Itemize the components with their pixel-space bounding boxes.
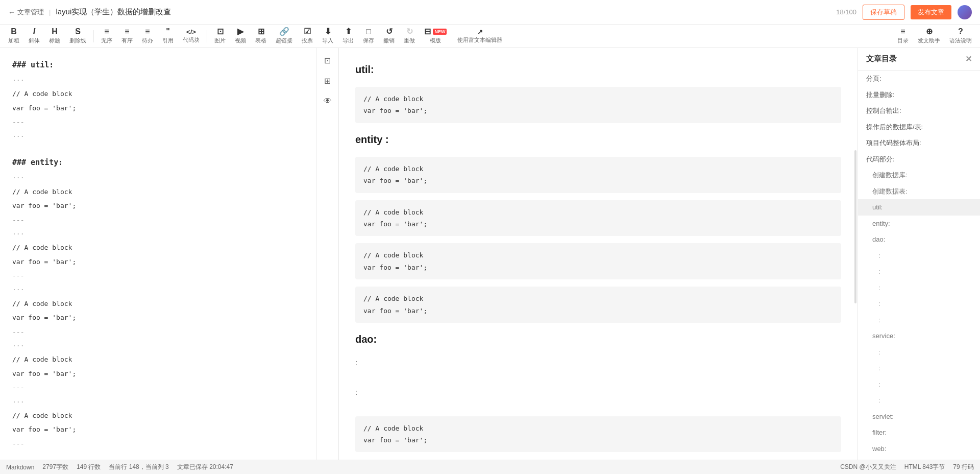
editor-toolbar: B 加粗 I 斜体 H 标题 S 删除线 ≡ 无序 ≡ 有序 ≡ 待办 " 引用… <box>0 25 980 48</box>
toc-item-web[interactable]: web: <box>858 441 980 457</box>
toc-item-service-sub-1[interactable]: : <box>858 344 980 361</box>
toc-item-pagination[interactable]: 分页: <box>858 70 980 87</box>
toolbar-quote[interactable]: " 引用 <box>158 26 178 46</box>
toc-item-filter[interactable]: filter: <box>858 424 980 441</box>
back-arrow-icon: ← <box>8 8 15 16</box>
new-badge: NEW <box>433 29 447 35</box>
toc-item-servlet[interactable]: servlet: <box>858 409 980 425</box>
markdown-editor[interactable]: ### util: ··· // A code block var foo = … <box>0 48 316 460</box>
toolbar-ordered[interactable]: ≡ 有序 <box>117 26 137 46</box>
save-icon: □ <box>366 28 371 36</box>
code-line: var foo = 'bar'; <box>363 175 833 186</box>
toolbar-syntax[interactable]: ? 语法说明 <box>945 26 976 46</box>
article-title[interactable]: layui实现（学生）数据的增删改查 <box>56 7 171 17</box>
code-line: var foo = 'bar'; <box>363 434 833 446</box>
toolbar-toc[interactable]: ≡ 目录 <box>893 26 913 46</box>
section-dao-title: dao: <box>355 330 841 348</box>
toolbar-bold[interactable]: B 加粗 <box>4 26 23 46</box>
top-bar-right: 18/100 保存草稿 发布文章 <box>836 5 972 20</box>
code-line: var foo = 'bar'; <box>363 218 833 230</box>
toc-item-code-section[interactable]: 代码部分: <box>858 151 980 168</box>
save-draft-button[interactable]: 保存草稿 <box>863 5 904 20</box>
toc-item-dao[interactable]: dao: <box>858 231 980 248</box>
scrollbar-thumb[interactable] <box>854 150 856 303</box>
toc-item-dao-sub-4[interactable]: : <box>858 296 980 312</box>
word-count: 18/100 <box>836 8 856 16</box>
toc-item-dao-sub-3[interactable]: : <box>858 280 980 296</box>
toolbar-richtext[interactable]: ↗ 使用富文本编辑器 <box>452 27 508 46</box>
avatar[interactable] <box>958 5 972 19</box>
code-block: // A code block var foo = 'bar'; <box>355 200 841 236</box>
line: ### util: <box>12 58 304 72</box>
task-label: 待办 <box>142 37 153 44</box>
toolbar-import[interactable]: ⬇ 导入 <box>318 26 337 46</box>
toc-item-util[interactable]: util: <box>858 199 980 216</box>
expand-icon[interactable]: ⊡ <box>320 52 336 68</box>
toolbar-heading[interactable]: H 标题 <box>45 26 64 46</box>
toolbar-table[interactable]: ⊞ 表格 <box>251 26 271 46</box>
toc-item-dao-sub-5[interactable]: : <box>858 312 980 328</box>
toc-label: 目录 <box>897 37 909 44</box>
toolbar-link[interactable]: 🔗 超链接 <box>272 26 297 46</box>
strikethrough-label: 删除线 <box>69 37 86 44</box>
toolbar-vote[interactable]: ☑ 投票 <box>298 26 317 46</box>
video-label: 视频 <box>235 37 246 44</box>
toolbar-code[interactable]: </> 代码块 <box>179 27 204 46</box>
toolbar-unordered[interactable]: ≡ 无序 <box>97 26 116 46</box>
preview-wrapper: util: // A code block var foo = 'bar'; e… <box>339 48 857 460</box>
back-button[interactable]: ← 文章管理 <box>8 8 44 17</box>
image-label: 图片 <box>214 37 226 44</box>
status-csdn: CSDN @小又又关注 <box>840 463 896 471</box>
toolbar-italic[interactable]: I 斜体 <box>24 26 44 46</box>
template-icon: ⊟ NEW <box>424 28 447 36</box>
vote-label: 投票 <box>302 37 313 44</box>
dao-sub-1: : <box>355 357 841 369</box>
line: ### entity: <box>12 156 304 170</box>
ordered-icon: ≡ <box>125 28 129 36</box>
editor-content: ### util: ··· // A code block var foo = … <box>12 58 304 460</box>
italic-label: 斜体 <box>29 37 40 44</box>
toc-item-batch-delete[interactable]: 批量删除: <box>858 87 980 103</box>
line: --- <box>12 214 304 226</box>
redo-label: 重做 <box>404 37 415 44</box>
toc-item-entity[interactable]: entity: <box>858 216 980 232</box>
toc-item-dao-sub-2[interactable]: : <box>858 264 980 280</box>
code-block: // A code block var foo = 'bar'; <box>355 416 841 453</box>
editor-controls: ⊡ ⊞ 👁 <box>316 48 339 460</box>
toc-item-service[interactable]: service: <box>858 328 980 344</box>
columns-icon[interactable]: ⊞ <box>320 73 336 89</box>
toolbar-helper[interactable]: ⊕ 发文助手 <box>914 26 944 46</box>
toolbar-template[interactable]: ⊟ NEW 模版 <box>420 26 451 46</box>
toolbar-undo[interactable]: ↺ 撤销 <box>379 26 399 46</box>
toc-item-layout[interactable]: 项目代码整体布局: <box>858 135 980 151</box>
heading-icon: H <box>52 28 58 36</box>
toc-item-db-table[interactable]: 操作后的数据库/表: <box>858 119 980 135</box>
toc-item-dao-sub-1[interactable]: : <box>858 248 980 264</box>
eye-icon[interactable]: 👁 <box>320 93 336 109</box>
toc-item-console[interactable]: 控制台输出: <box>858 103 980 119</box>
toolbar-save[interactable]: □ 保存 <box>359 26 378 46</box>
toc-item-create-db[interactable]: 创建数据库: <box>858 167 980 183</box>
toc-header: 文章目录 ✕ <box>858 48 980 70</box>
line: var foo = 'bar'; <box>12 368 304 380</box>
divider-1 <box>93 30 94 42</box>
publish-button[interactable]: 发布文章 <box>911 5 951 19</box>
line: ··· <box>12 396 304 408</box>
toc-item-create-table[interactable]: 创建数据表: <box>858 183 980 200</box>
toc-item-service-sub-4[interactable]: : <box>858 392 980 409</box>
toc-item-service-sub-3[interactable]: : <box>858 376 980 393</box>
toc-item-service-sub-2[interactable]: : <box>858 360 980 376</box>
section-util-title: util: <box>355 60 841 79</box>
toolbar-redo[interactable]: ↻ 重做 <box>400 26 419 46</box>
toolbar-image[interactable]: ⊡ 图片 <box>210 26 230 46</box>
unordered-label: 无序 <box>101 37 112 44</box>
toolbar-video[interactable]: ▶ 视频 <box>231 26 250 46</box>
toolbar-task[interactable]: ≡ 待办 <box>138 26 157 46</box>
toc-icon: ≡ <box>900 28 905 36</box>
line: // A code block <box>12 298 304 310</box>
toolbar-strikethrough[interactable]: S 删除线 <box>65 26 90 46</box>
toc-close-button[interactable]: ✕ <box>965 54 972 64</box>
task-icon: ≡ <box>145 28 150 36</box>
line: ··· <box>12 74 304 86</box>
toolbar-export[interactable]: ⬆ 导出 <box>338 26 358 46</box>
